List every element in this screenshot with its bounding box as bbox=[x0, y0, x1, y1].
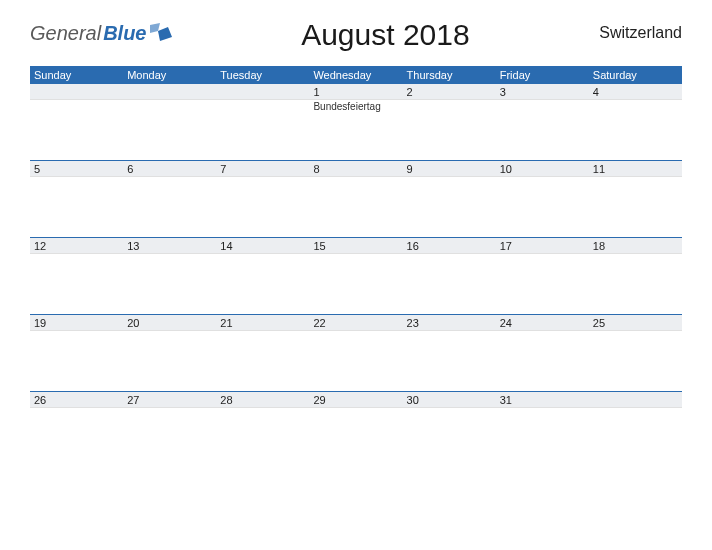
day-cell-body bbox=[30, 254, 123, 315]
day-event bbox=[403, 254, 496, 314]
day-cell-body bbox=[589, 100, 682, 161]
day-cell-header: 7 bbox=[216, 161, 309, 178]
day-number bbox=[216, 84, 309, 100]
day-event bbox=[216, 100, 309, 160]
day-number: 4 bbox=[589, 84, 682, 100]
weekday-header: Thursday bbox=[403, 66, 496, 84]
day-event bbox=[589, 100, 682, 160]
day-event bbox=[496, 100, 589, 160]
day-cell-header: 8 bbox=[309, 161, 402, 178]
day-number: 27 bbox=[123, 392, 216, 408]
day-number: 8 bbox=[309, 161, 402, 177]
day-cell-body bbox=[589, 177, 682, 238]
day-event bbox=[309, 177, 402, 237]
day-cell-body bbox=[123, 254, 216, 315]
day-cell-body bbox=[123, 331, 216, 392]
day-event bbox=[589, 254, 682, 314]
day-cell-header: 28 bbox=[216, 392, 309, 409]
day-event bbox=[30, 408, 123, 468]
day-number: 24 bbox=[496, 315, 589, 331]
day-event bbox=[309, 331, 402, 391]
week-body-row bbox=[30, 408, 682, 468]
day-event bbox=[123, 177, 216, 237]
day-cell-body bbox=[309, 408, 402, 468]
day-event bbox=[123, 331, 216, 391]
day-cell-header: 3 bbox=[496, 84, 589, 100]
day-cell-header: 9 bbox=[403, 161, 496, 178]
day-event bbox=[403, 177, 496, 237]
day-cell-body bbox=[589, 408, 682, 468]
day-cell-body bbox=[589, 254, 682, 315]
day-cell-body bbox=[403, 100, 496, 161]
day-cell-header: 12 bbox=[30, 238, 123, 255]
day-cell-header: 24 bbox=[496, 315, 589, 332]
day-event bbox=[123, 408, 216, 468]
calendar-table: Sunday Monday Tuesday Wednesday Thursday… bbox=[30, 66, 682, 468]
day-event bbox=[123, 100, 216, 160]
week-number-row: 1234 bbox=[30, 84, 682, 100]
day-cell-body bbox=[496, 177, 589, 238]
day-cell-body bbox=[496, 408, 589, 468]
day-event bbox=[589, 331, 682, 391]
day-cell-header: 25 bbox=[589, 315, 682, 332]
weekday-header: Tuesday bbox=[216, 66, 309, 84]
day-cell-header: 2 bbox=[403, 84, 496, 100]
day-cell-header: 4 bbox=[589, 84, 682, 100]
day-event bbox=[216, 331, 309, 391]
day-event bbox=[30, 331, 123, 391]
day-event: Bundesfeiertag bbox=[309, 100, 402, 160]
day-event bbox=[496, 254, 589, 314]
day-number: 7 bbox=[216, 161, 309, 177]
day-cell-body bbox=[30, 408, 123, 468]
day-event bbox=[216, 254, 309, 314]
day-cell-header: 31 bbox=[496, 392, 589, 409]
day-number: 12 bbox=[30, 238, 123, 254]
day-number: 3 bbox=[496, 84, 589, 100]
day-event bbox=[216, 408, 309, 468]
day-event bbox=[403, 331, 496, 391]
weekday-header: Wednesday bbox=[309, 66, 402, 84]
day-cell-header: 14 bbox=[216, 238, 309, 255]
day-event bbox=[496, 331, 589, 391]
day-number: 6 bbox=[123, 161, 216, 177]
day-cell-body bbox=[309, 177, 402, 238]
day-event bbox=[403, 408, 496, 468]
day-cell-header: 15 bbox=[309, 238, 402, 255]
day-cell-body bbox=[123, 100, 216, 161]
day-cell-body bbox=[216, 100, 309, 161]
day-cell-body bbox=[589, 331, 682, 392]
logo-text-blue: Blue bbox=[103, 22, 146, 45]
day-cell-body bbox=[496, 331, 589, 392]
day-cell-body bbox=[123, 177, 216, 238]
day-number: 15 bbox=[309, 238, 402, 254]
day-cell-body bbox=[123, 408, 216, 468]
day-number bbox=[30, 84, 123, 100]
day-cell-header: 16 bbox=[403, 238, 496, 255]
day-cell-header bbox=[589, 392, 682, 409]
day-number: 25 bbox=[589, 315, 682, 331]
week-body-row bbox=[30, 331, 682, 392]
day-cell-body bbox=[309, 331, 402, 392]
day-cell-header: 13 bbox=[123, 238, 216, 255]
day-cell-header: 22 bbox=[309, 315, 402, 332]
day-cell-body bbox=[309, 254, 402, 315]
week-body-row: Bundesfeiertag bbox=[30, 100, 682, 161]
country-label: Switzerland bbox=[599, 24, 682, 42]
day-number: 20 bbox=[123, 315, 216, 331]
day-cell-header: 29 bbox=[309, 392, 402, 409]
day-cell-body bbox=[216, 254, 309, 315]
weekday-header: Monday bbox=[123, 66, 216, 84]
day-event bbox=[309, 254, 402, 314]
day-cell-header: 19 bbox=[30, 315, 123, 332]
day-number: 21 bbox=[216, 315, 309, 331]
day-event bbox=[589, 408, 682, 468]
week-number-row: 12131415161718 bbox=[30, 238, 682, 255]
day-cell-body: Bundesfeiertag bbox=[309, 100, 402, 161]
day-cell-header: 10 bbox=[496, 161, 589, 178]
day-number: 17 bbox=[496, 238, 589, 254]
day-cell-body bbox=[403, 254, 496, 315]
logo-flag-icon bbox=[150, 23, 172, 41]
day-number: 22 bbox=[309, 315, 402, 331]
day-number: 29 bbox=[309, 392, 402, 408]
week-body-row bbox=[30, 254, 682, 315]
